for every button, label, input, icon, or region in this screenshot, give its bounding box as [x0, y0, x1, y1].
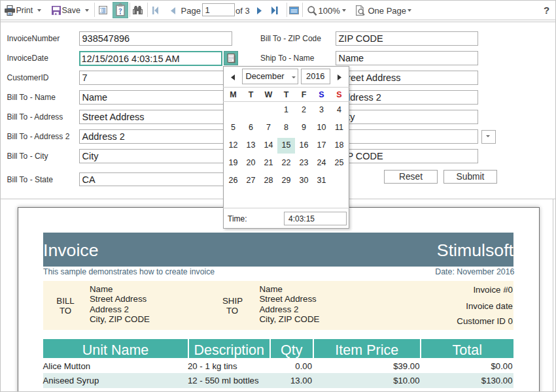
svg-text:?: ?	[118, 7, 122, 14]
